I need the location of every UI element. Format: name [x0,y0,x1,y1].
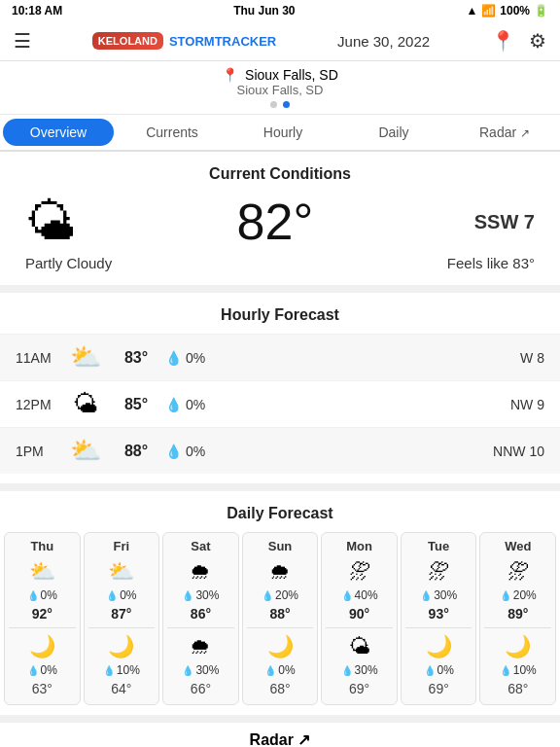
tab-currents[interactable]: Currents [117,115,228,150]
tab-overview[interactable]: Overview [3,119,114,146]
daily-hi-precip: 💧 0% [87,587,158,604]
hourly-weather-icon: ⛅ [64,436,107,466]
tab-hourly[interactable]: Hourly [228,115,338,150]
hourly-time: 12PM [16,397,64,412]
radar-title: Radar ↗ [0,730,560,747]
hourly-time: 1PM [16,444,64,459]
daily-lo-icon: 🌙 [403,632,474,661]
daily-divider [247,627,314,628]
current-feels-like: Feels like 83° [447,255,535,271]
drop-icon: 💧 [165,444,182,459]
daily-column: Mon ⛈ 💧 40% 90° 🌤 💧 30% 69° [321,532,398,705]
daily-lo-precip-val: 10% [513,663,537,677]
location-city-text: Sioux Falls, SD [245,67,338,83]
drop-icon: 💧 [165,397,182,412]
tab-radar[interactable]: Radar ↗ [449,115,560,150]
hourly-row: 12PM 🌤 85° 💧 0% NW 9 [0,380,560,427]
daily-hi-temp: 90° [324,604,395,623]
daily-lo-precip: 💧 0% [403,661,474,679]
status-right: ▲ 📶 100% 🔋 [466,4,548,18]
daily-column: Sat 🌧 💧 30% 86° 🌧 💧 30% 66° [162,532,239,705]
hourly-row: 1PM ⛅ 88° 💧 0% NNW 10 [0,427,560,474]
drop-icon-daily-lo: 💧 [500,665,511,676]
daily-lo-precip-val: 0% [41,663,57,677]
drop-icon-daily: 💧 [27,590,39,601]
daily-divider [167,627,234,628]
dot-1[interactable] [270,101,277,108]
settings-icon[interactable]: ⚙ [529,29,546,53]
drop-icon-daily: 💧 [262,590,273,601]
daily-lo-precip: 💧 10% [87,661,158,679]
daily-hi-precip: 💧 30% [403,587,474,604]
daily-hi-precip-val: 20% [513,588,537,602]
dot-2[interactable] [283,101,290,108]
hourly-wind: NNW 10 [493,444,544,459]
hourly-forecast-section: Hourly Forecast 11AM ⛅ 83° 💧 0% W 8 12PM… [0,293,560,483]
daily-divider [484,627,551,628]
drop-icon-daily-lo: 💧 [341,665,353,676]
hourly-time: 11AM [16,350,64,366]
location-icon[interactable]: 📍 [491,29,515,53]
daily-lo-icon: 🌤 [324,632,395,661]
daily-column: Thu ⛅ 💧 0% 92° 🌙 💧 0% 63° [4,532,81,705]
daily-grid: Thu ⛅ 💧 0% 92° 🌙 💧 0% 63° Fri ⛅ 💧 0% 87° [0,532,560,705]
drop-icon-daily: 💧 [341,590,353,601]
hourly-row: 11AM ⛅ 83° 💧 0% W 8 [0,334,560,380]
status-date: Thu Jun 30 [233,4,295,18]
radar-share-icon[interactable]: ↗ [298,731,310,747]
daily-lo-icon: 🌙 [87,632,158,661]
daily-hi-icon: ⛅ [7,557,78,587]
daily-hi-precip-val: 0% [41,588,57,602]
daily-hi-temp: 86° [165,604,236,623]
drop-icon: 💧 [165,350,182,366]
status-bar: 10:18 AM Thu Jun 30 ▲ 📶 100% 🔋 [0,0,560,21]
current-conditions-title: Current Conditions [16,161,544,193]
precip-pct: 0% [186,397,205,412]
daily-divider [9,627,76,628]
daily-lo-temp: 68° [245,679,316,698]
current-wind: SSW 7 [474,211,535,233]
daily-hi-precip: 💧 40% [324,587,395,604]
daily-lo-precip-val: 30% [355,663,378,677]
hourly-temp: 88° [107,443,165,460]
daily-hi-precip-val: 20% [275,588,298,602]
daily-hi-icon: ⛈ [482,557,553,587]
hamburger-button[interactable]: ☰ [14,29,31,53]
battery-text: 100% [500,4,530,18]
daily-hi-precip: 💧 20% [482,587,553,604]
drop-icon-daily: 💧 [182,590,193,601]
drop-icon-daily-lo: 💧 [264,665,276,676]
drop-icon-daily-lo: 💧 [103,665,115,676]
daily-hi-precip-val: 30% [195,588,219,602]
daily-hi-temp: 89° [482,604,553,623]
hourly-precip: 💧 0% [165,350,233,366]
daily-day-label: Mon [324,539,395,557]
daily-lo-precip: 💧 0% [7,661,78,679]
logo-box: KELOLAND [92,32,163,50]
daily-column: Fri ⛅ 💧 0% 87° 🌙 💧 10% 64° [84,532,160,705]
hourly-weather-icon: 🌤 [64,389,107,419]
daily-divider [88,627,156,628]
daily-lo-icon: 🌧 [165,632,236,661]
drop-icon-daily: 💧 [420,590,432,601]
current-description: Partly Cloudy [25,255,112,271]
tab-daily[interactable]: Daily [338,115,449,150]
daily-day-label: Thu [7,539,78,557]
header-icons: 📍 ⚙ [491,29,546,53]
hourly-precip: 💧 0% [165,397,233,412]
daily-lo-temp: 69° [324,679,395,698]
daily-hi-icon: ⛅ [87,557,158,587]
precip-pct: 0% [186,350,205,366]
hourly-wind: W 8 [520,350,544,366]
daily-day-label: Sun [245,539,316,557]
hourly-forecast-title: Hourly Forecast [0,302,560,334]
current-main: 🌤 82° SSW 7 [16,193,544,251]
radar-section: Radar ↗ Madison Mitchell Salem Worthingt… [0,723,560,747]
daily-lo-precip-val: 10% [117,663,140,677]
current-temp: 82° [237,193,314,251]
logo-text: KELOLAND [98,35,158,47]
daily-lo-icon: 🌙 [482,632,553,661]
header: ☰ KELOLAND STORMTRACKER June 30, 2022 📍 … [0,21,560,61]
drop-icon-daily-lo: 💧 [424,665,436,676]
location-sub-text: Sioux Falls, SD [0,83,560,97]
